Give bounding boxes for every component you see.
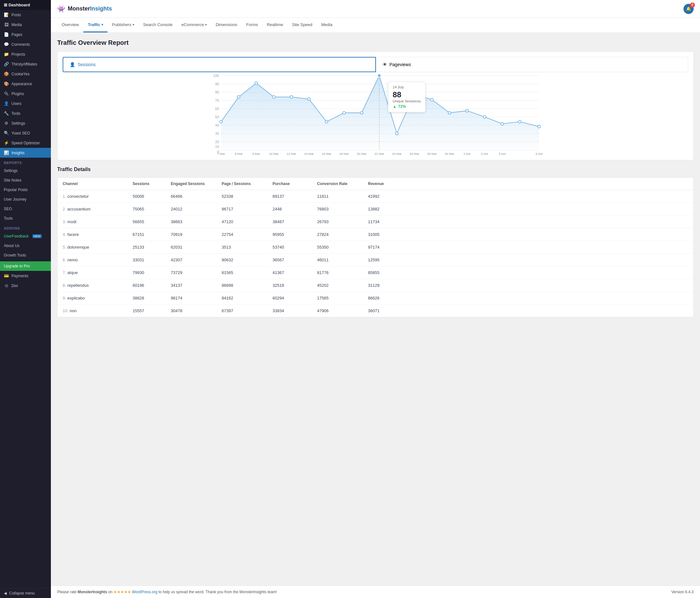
topbar: 👾 MonsterInsights 🔔 0 <box>51 0 700 18</box>
table-row: 9.explicabo 38828 98174 84162 60294 1756… <box>57 292 693 305</box>
sidebar-item-appearance[interactable]: 🎨 Appearance <box>0 79 51 89</box>
sidebar: ⊞ Dashboard 📝 Posts 🖼 Media 📄 Pages 💬 Co… <box>0 0 51 598</box>
sidebar-item-seo[interactable]: SEO <box>0 204 51 214</box>
svg-text:10: 10 <box>215 145 219 149</box>
svg-text:16 Mar: 16 Mar <box>322 152 331 155</box>
sidebar-item-sitenotes[interactable]: Site Notes <box>0 176 51 185</box>
tools-icon: 🔧 <box>4 111 9 116</box>
sessions-icon: 👤 <box>70 62 75 67</box>
svg-point-36 <box>483 116 486 119</box>
svg-text:14 Mar: 14 Mar <box>304 152 314 155</box>
table-row: 5.doloremque 25133 62031 3513 53740 5535… <box>57 241 693 254</box>
tab-publishers[interactable]: Publishers ▾ <box>107 18 139 32</box>
svg-point-28 <box>343 111 346 114</box>
pageviews-icon: 👁 <box>382 62 387 67</box>
tab-traffic[interactable]: Traffic ▾ <box>83 18 107 32</box>
svg-text:10 Mar: 10 Mar <box>269 152 279 155</box>
divi-icon: ⊙ <box>4 283 9 288</box>
sidebar-item-report-tools[interactable]: Tools <box>0 214 51 223</box>
posts-icon: 📝 <box>4 12 9 17</box>
svg-text:20 Mar: 20 Mar <box>357 152 367 155</box>
sidebar-item-growthtools[interactable]: Growth Tools <box>0 251 51 260</box>
sidebar-item-cookieyes[interactable]: 🍪 CookieYes <box>0 69 51 79</box>
traffic-details-section: Traffic Details Channel Sessions Engaged… <box>57 166 694 317</box>
sidebar-item-tools[interactable]: 🔧 Tools <box>0 108 51 118</box>
table-row: 7.atque 79930 73729 81565 41367 81776 85… <box>57 266 693 279</box>
settings-icon: ⚙ <box>4 121 9 126</box>
tab-searchconsole[interactable]: Search Console <box>139 18 177 32</box>
sidebar-item-speedoptimizer[interactable]: ⚡ Speed Optimizer <box>0 138 51 148</box>
tab-media[interactable]: Media <box>317 18 337 32</box>
sidebar-item-pages[interactable]: 📄 Pages <box>0 30 51 40</box>
svg-text:28 Mar: 28 Mar <box>427 152 437 155</box>
ecommerce-chevron-icon: ▾ <box>205 23 207 26</box>
svg-text:30: 30 <box>215 132 219 135</box>
traffic-table: Channel Sessions Engaged Sessions Page /… <box>57 177 694 317</box>
speedoptimizer-icon: ⚡ <box>4 140 9 145</box>
collapse-menu-item[interactable]: ◀ Collapse menu <box>0 589 51 598</box>
sidebar-item-divi[interactable]: ⊙ Divi <box>0 281 51 291</box>
sidebar-item-popularposts[interactable]: Popular Posts <box>0 185 51 194</box>
sidebar-item-plugins[interactable]: 🔌 Plugins <box>0 89 51 99</box>
notification-badge: 0 <box>690 3 695 8</box>
sidebar-item-payments[interactable]: 💳 Payments <box>0 271 51 281</box>
tab-sitespeed[interactable]: Site Speed <box>288 18 317 32</box>
sidebar-item-report-settings[interactable]: Settings <box>0 166 51 176</box>
version-text: Version 6.4.3 <box>671 590 694 594</box>
svg-point-21 <box>220 121 223 123</box>
table-row: 2.accusantium 75065 24012 96717 2448 768… <box>57 203 693 215</box>
collapse-icon: ◀ <box>4 591 7 595</box>
svg-text:80: 80 <box>215 90 219 94</box>
svg-point-31 <box>395 132 398 135</box>
sidebar-item-posts[interactable]: 📝 Posts <box>0 10 51 20</box>
footer: Please rate MonsterInsights on ★★★★★ Wor… <box>51 586 700 598</box>
sidebar-item-projects[interactable]: 📁 Projects <box>0 49 51 59</box>
tab-dimensions[interactable]: Dimensions <box>211 18 242 32</box>
collapse-menu[interactable]: ◀ Collapse menu <box>0 588 51 598</box>
sidebar-item-userfeedback[interactable]: UserFeedback NEW <box>0 231 51 241</box>
reports-section-label: Reports <box>0 158 51 166</box>
wordpress-link[interactable]: WordPress.org <box>132 590 157 594</box>
tab-ecommerce[interactable]: eCommerce ▾ <box>177 18 211 32</box>
plugins-icon: 🔌 <box>4 91 9 96</box>
svg-point-34 <box>448 111 451 114</box>
pageviews-toggle[interactable]: 👁 Pageviews <box>376 57 689 72</box>
upgrade-button[interactable]: Upgrade to Pro <box>0 261 51 271</box>
sidebar-item-aboutus[interactable]: About Us <box>0 241 51 251</box>
sidebar-item-yoastseo[interactable]: 🔍 Yoast SEO <box>0 128 51 138</box>
col-page-sessions: Page / Sessions <box>222 182 273 186</box>
svg-text:26 Mar: 26 Mar <box>410 152 420 155</box>
tab-realtime[interactable]: Realtime <box>262 18 288 32</box>
sidebar-item-thirstyaffiliates[interactable]: 🔗 ThirstyAffiliates <box>0 59 51 69</box>
col-purchase: Purchase <box>273 182 317 186</box>
chart-area: 14 July 88 Unique Sessionss ▲ 72% 100 90… <box>62 72 688 155</box>
sidebar-item-comments[interactable]: 💬 Comments <box>0 40 51 49</box>
svg-text:30 Mar: 30 Mar <box>445 152 454 155</box>
col-revenue: Revenue <box>368 182 406 186</box>
tab-overview[interactable]: Overview <box>57 18 83 32</box>
svg-point-32 <box>413 93 416 96</box>
svg-point-35 <box>466 109 469 112</box>
table-row: 1.consectetur 50006 66466 52338 89137 11… <box>57 190 693 203</box>
media-icon: 🖼 <box>4 22 9 27</box>
table-row: 10.non 15557 30478 67397 33834 47906 360… <box>57 305 693 317</box>
sidebar-item-insights[interactable]: 📊 Insights <box>0 148 51 158</box>
tab-forms[interactable]: Forms <box>242 18 262 32</box>
svg-point-22 <box>237 96 240 99</box>
svg-text:60: 60 <box>215 107 219 111</box>
notification-button[interactable]: 🔔 0 <box>683 4 694 14</box>
sidebar-item-media[interactable]: 🖼 Media <box>0 20 51 30</box>
col-channel: Channel <box>62 182 133 186</box>
svg-point-25 <box>290 96 293 99</box>
traffic-details-title: Traffic Details <box>57 166 694 172</box>
sidebar-item-settings[interactable]: ⚙ Settings <box>0 118 51 128</box>
sidebar-item-userjourney[interactable]: User Journey <box>0 194 51 204</box>
sessions-toggle[interactable]: 👤 Sessions <box>62 57 376 72</box>
payments-icon: 💳 <box>4 274 9 278</box>
svg-text:1 Apr: 1 Apr <box>464 152 471 155</box>
sidebar-item-users[interactable]: 👤 Users <box>0 99 51 108</box>
svg-point-29 <box>360 111 363 114</box>
svg-point-24 <box>273 96 275 99</box>
table-row: 8.repellendus 60196 34137 86898 32518 45… <box>57 279 693 292</box>
footer-text: Please rate MonsterInsights on ★★★★★ Wor… <box>57 590 277 594</box>
